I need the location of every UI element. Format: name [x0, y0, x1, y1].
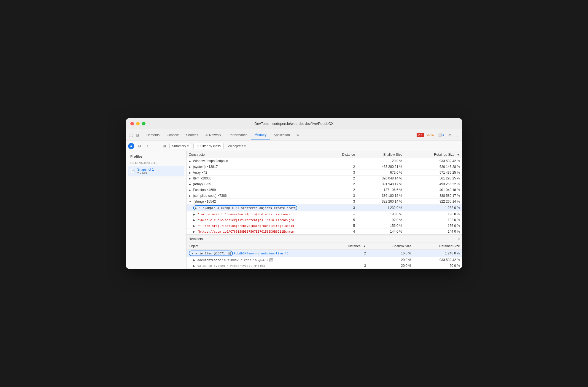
snapshot-size: 2.2 MB	[137, 171, 182, 175]
load-button[interactable]: ↑	[145, 143, 151, 149]
data-panel: Constructor Distance Shallow Size Retain…	[187, 151, 462, 269]
retained-cell: 401 940 18 %	[404, 187, 462, 193]
heap-snapshots-label: HEAP SNAPSHOTS	[128, 161, 184, 166]
expand-icon[interactable]: ▶	[193, 224, 195, 227]
constructor-cell: ▶ Function ×4689	[187, 187, 324, 193]
tab-application[interactable]: Application	[270, 131, 293, 139]
sort-asc-icon: ▲	[363, 244, 366, 248]
retained-cell: 1 232 0 %	[404, 205, 462, 211]
expand-icon[interactable]: ▶	[193, 259, 195, 262]
constructor-cell: ▶ "^(?!on|src|(?:action|archive|backgrou…	[187, 223, 324, 229]
table-row[interactable]: ▶ " example 3 example 3: scattered objec…	[187, 205, 462, 211]
tab-sources[interactable]: Sources	[183, 131, 201, 139]
devtools-icons: ⬚ ⊡	[128, 132, 140, 138]
info-badge[interactable]: ⬜ 4	[437, 133, 446, 137]
table-row[interactable]: ▶ (system) ×13817 2 463 280 21 % 620 148…	[187, 164, 462, 170]
device-icon[interactable]: ⊡	[135, 132, 140, 138]
close-button[interactable]	[130, 122, 134, 125]
distance-header: Distance ▲	[324, 243, 368, 250]
tab-memory[interactable]: Memory	[251, 131, 270, 139]
clear-button[interactable]: ⊘	[136, 143, 142, 149]
table-row[interactable]: ▶ "https://cdpn.io2AC766158D5B7507E17015…	[187, 229, 462, 235]
summary-dropdown[interactable]: Summary ▾	[169, 143, 191, 149]
table-row[interactable]: ▶ Item ×20003 2 320 048 14 % 561 296 25 …	[187, 176, 462, 181]
tab-performance[interactable]: Performance	[225, 131, 251, 139]
tab-more[interactable]: »	[294, 131, 302, 139]
retainer-row[interactable]: ▶ documentCache in Window / cdpn.io @647…	[187, 257, 462, 263]
table-row[interactable]: ▶ "^(?!on|src|(?:action|archive|backgrou…	[187, 223, 462, 229]
expand-icon[interactable]: ▶	[195, 206, 197, 209]
retainer-shallow-cell: 20 0 %	[368, 257, 414, 263]
retainer-row[interactable]: ▶ value in system / PropertyCell @40163 …	[187, 263, 462, 269]
shallow-cell: 463 280 21 %	[357, 164, 404, 170]
warning-icon: ⚠	[427, 133, 430, 137]
filter-by-class-button[interactable]: ⊟ Filter by class	[193, 143, 223, 149]
collect-garbage-button[interactable]: ⊞	[161, 143, 167, 149]
expand-icon[interactable]: ▶	[189, 177, 191, 180]
retained-size-header: Retained Size	[414, 243, 462, 250]
retained-cell: 571 436 25 %	[404, 170, 462, 176]
distance-header: Distance	[324, 151, 357, 158]
table-row[interactable]: ▶ Array ×42 3 672 0 % 571 436 25 %	[187, 170, 462, 176]
maximize-button[interactable]	[142, 122, 145, 125]
retainer-row[interactable]: ▼ x in Item @38071 ⊡ PoLdb0X?anon=true&v…	[187, 250, 462, 257]
table-row[interactable]: ▶ "Torque assert 'Convert<uintptr>(endIn…	[187, 211, 462, 217]
all-objects-dropdown[interactable]: All objects ▾	[226, 143, 248, 149]
tab-console[interactable]: Console	[163, 131, 182, 139]
table-row[interactable]: ▶ Window / https://cdpn.io 1 20 0 % 933 …	[187, 158, 462, 164]
table-row[interactable]: ▶ (array) ×255 2 391 948 17 % 493 256 22…	[187, 181, 462, 187]
table-row[interactable]: ▶ Function ×4689 2 137 196 6 % 401 940 1…	[187, 187, 462, 193]
retained-cell: 322 260 14 %	[404, 199, 462, 205]
distance-cell: –	[324, 211, 357, 217]
constructor-cell: ▶ "https://cdpn.io2AC766158D5B7507E17015…	[187, 229, 324, 235]
constructor-cell: ▶ (system) ×13817	[187, 164, 324, 170]
expand-icon[interactable]: ▶	[189, 160, 191, 163]
warning-badge[interactable]: ⚠ 14	[426, 133, 435, 137]
retainer-shallow-cell: 16 0 %	[368, 250, 414, 257]
expand-icon[interactable]: ▶	[193, 264, 195, 267]
save-button[interactable]: ↓	[153, 143, 159, 149]
inspect-icon[interactable]: ⬚	[128, 132, 134, 138]
expand-icon[interactable]: ▶	[189, 171, 191, 174]
expand-icon[interactable]: ▶	[189, 189, 191, 192]
more-options-icon[interactable]: ⋮	[454, 132, 460, 138]
expand-icon[interactable]: ▶	[189, 165, 191, 168]
constructor-cell: ▶ Window / https://cdpn.io	[187, 158, 324, 164]
settings-icon[interactable]: ⚙	[447, 132, 453, 138]
minimize-button[interactable]	[136, 122, 140, 125]
record-button[interactable]: ●	[128, 143, 134, 149]
table-row[interactable]: ▼ (string) ×16542 3 322 260 14 % 322 260…	[187, 199, 462, 205]
table-row[interactable]: ▶ "\b(calc|cubic-bezier|fit-content|hsl|…	[187, 217, 462, 223]
devtools-tab-bar: ⬚ ⊡ Elements Console Sources ⚠ Network P…	[126, 129, 462, 141]
shallow-size-header: Shallow Size	[357, 151, 404, 158]
snapshot-item[interactable]: 📄 Snapshot 1 2.2 MB	[128, 166, 184, 176]
expand-icon[interactable]: ▶	[193, 219, 195, 222]
expand-icon[interactable]: ▶	[189, 183, 191, 186]
tab-network[interactable]: ⚠ Network	[202, 131, 225, 139]
shallow-cell: 320 048 14 %	[357, 176, 404, 181]
error-icon: ✕	[418, 133, 420, 137]
distance-cell: 3	[324, 205, 357, 211]
expand-icon[interactable]: ▼	[189, 200, 191, 203]
shallow-cell: 1 232 0 %	[357, 205, 404, 211]
expand-icon[interactable]: ▶	[193, 230, 195, 233]
snapshot-icon: 📄	[130, 169, 135, 173]
error-badge[interactable]: ✕ 1	[417, 133, 424, 137]
expand-icon[interactable]: ▶	[189, 194, 191, 197]
table-row[interactable]: ▶ (compiled code) ×7386 3 336 180 15 % 3…	[187, 193, 462, 199]
retainer-retained-cell: 20 0 %	[414, 263, 462, 269]
shallow-cell: 322 260 14 %	[357, 199, 404, 205]
shallow-size-header: Shallow Size	[368, 243, 414, 250]
retainer-object-cell: ▼ x in Item @38071 ⊡ PoLdb0X?anon=true&v…	[187, 250, 324, 257]
filter-label: Filter by class	[200, 144, 220, 148]
retainer-link[interactable]: PoLdb0X?anon=true&view=live:43	[234, 252, 288, 255]
retained-cell: 620 148 28 %	[404, 164, 462, 170]
all-objects-label: All objects	[228, 144, 243, 148]
tab-elements[interactable]: Elements	[142, 131, 163, 139]
retainers-section: Retainers ≡ Object Distance ▲	[187, 235, 462, 269]
snapshot-name: Snapshot 1	[137, 168, 182, 171]
expand-icon[interactable]: ▼	[191, 252, 194, 255]
distance-cell: 4	[324, 229, 357, 235]
shallow-cell: 192 0 %	[357, 217, 404, 223]
expand-icon[interactable]: ▶	[193, 213, 195, 216]
